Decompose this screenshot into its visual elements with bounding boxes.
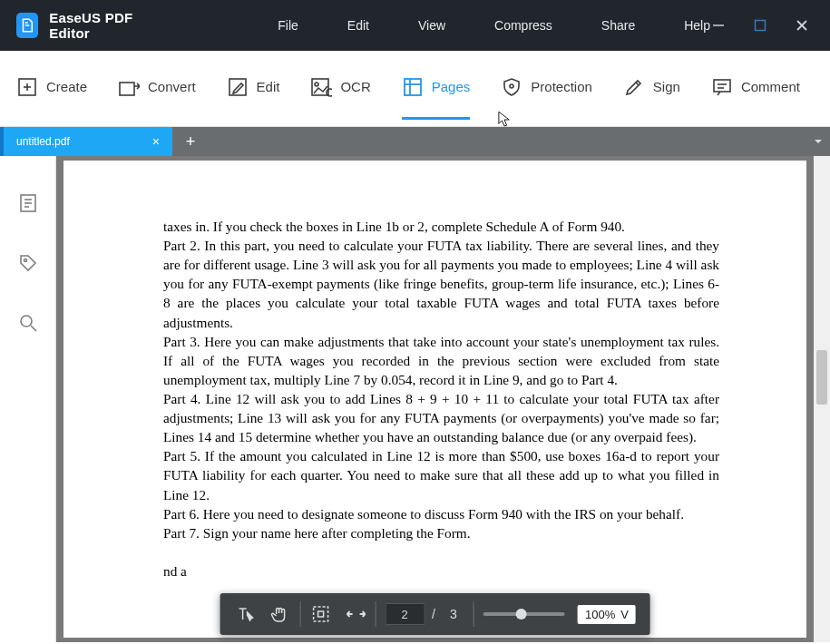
minimize-button[interactable]: [710, 17, 727, 34]
tool-convert-label: Convert: [148, 79, 196, 94]
app-brand: EaseUS PDF Editor: [16, 10, 160, 41]
tool-sign-label: Sign: [653, 79, 680, 94]
zoom-dropdown[interactable]: 100% V: [578, 605, 636, 624]
svg-rect-7: [120, 83, 134, 95]
tool-convert[interactable]: Convert: [118, 76, 196, 102]
comment-icon: [711, 76, 733, 98]
fit-page-tool[interactable]: [309, 603, 331, 625]
ocr-icon: [310, 76, 332, 98]
text-select-tool[interactable]: [234, 603, 256, 625]
document-tab-title: untitled.pdf: [16, 135, 70, 148]
tool-sign[interactable]: Sign: [623, 76, 680, 102]
app-logo-icon: [16, 13, 38, 38]
maximize-button[interactable]: [752, 17, 768, 34]
tab-close-button[interactable]: ×: [149, 134, 163, 149]
search-panel-button[interactable]: [17, 312, 39, 334]
workspace: taxes in. If you check the boxes in Line…: [0, 156, 830, 642]
zoom-value: 100%: [585, 608, 615, 621]
scrollbar-thumb[interactable]: [816, 350, 827, 405]
pencil-box-icon: [227, 76, 249, 98]
tool-ribbon: Create Convert Edit OCR Pages Protection: [0, 51, 830, 127]
hand-tool[interactable]: [269, 603, 290, 625]
window-controls: [710, 17, 821, 34]
svg-point-24: [24, 259, 26, 262]
side-panel: [0, 156, 56, 642]
svg-rect-13: [405, 79, 421, 95]
pen-icon: [623, 76, 645, 98]
page-number-input[interactable]: [385, 603, 425, 625]
thumbnails-panel-button[interactable]: [17, 192, 39, 214]
svg-rect-17: [714, 80, 730, 92]
menu-file[interactable]: File: [278, 18, 298, 33]
title-bar: EaseUS PDF Editor File Edit View Compres…: [0, 0, 830, 51]
page-separator: /: [432, 607, 435, 621]
svg-line-26: [31, 326, 36, 331]
menu-compress[interactable]: Compress: [494, 18, 552, 33]
new-tab-button[interactable]: +: [172, 127, 209, 156]
svg-point-25: [21, 316, 32, 327]
tool-edit[interactable]: Edit: [227, 76, 280, 102]
menu-edit[interactable]: Edit: [347, 18, 369, 33]
menu-help[interactable]: Help: [684, 18, 710, 33]
shield-icon: [501, 76, 522, 98]
tool-create-label: Create: [46, 79, 87, 94]
close-button[interactable]: [794, 17, 810, 34]
tab-bar: untitled.pdf × +: [0, 127, 830, 156]
tool-ocr[interactable]: OCR: [310, 76, 370, 102]
main-menu: File Edit View Compress Share Help: [278, 18, 710, 33]
fit-width-tool[interactable]: [344, 603, 366, 625]
tool-pages[interactable]: Pages: [402, 76, 471, 102]
plus-box-icon: [16, 76, 38, 98]
menu-view[interactable]: View: [418, 18, 445, 33]
svg-point-16: [510, 84, 513, 88]
zoom-slider[interactable]: [483, 612, 565, 616]
tool-ocr-label: OCR: [340, 79, 370, 94]
tool-pages-label: Pages: [432, 79, 471, 94]
tool-comment-label: Comment: [741, 79, 800, 94]
svg-rect-1: [756, 21, 766, 31]
svg-point-10: [315, 83, 318, 86]
pages-icon: [402, 76, 424, 98]
svg-rect-27: [313, 607, 327, 621]
chevron-down-icon: V: [620, 608, 629, 621]
tool-protection-label: Protection: [531, 79, 592, 94]
convert-icon: [118, 76, 140, 98]
pdf-page-text: taxes in. If you check the boxes in Line…: [163, 217, 719, 581]
view-toolbar: / 3 100% V: [220, 593, 650, 635]
svg-point-11: [327, 89, 332, 96]
tab-scroll-button[interactable]: [806, 127, 830, 156]
tool-create[interactable]: Create: [16, 76, 87, 102]
menu-share[interactable]: Share: [601, 18, 635, 33]
document-tab[interactable]: untitled.pdf ×: [0, 127, 172, 156]
tool-comment[interactable]: Comment: [711, 76, 800, 102]
vertical-scrollbar[interactable]: [814, 156, 830, 642]
tool-edit-label: Edit: [257, 79, 280, 94]
tool-protection[interactable]: Protection: [501, 76, 592, 102]
svg-rect-28: [317, 611, 323, 617]
pdf-page: taxes in. If you check the boxes in Line…: [63, 161, 806, 638]
app-title: EaseUS PDF Editor: [49, 10, 160, 41]
tags-panel-button[interactable]: [17, 252, 39, 274]
page-total: 3: [443, 607, 464, 621]
document-viewport[interactable]: taxes in. If you check the boxes in Line…: [56, 156, 814, 642]
